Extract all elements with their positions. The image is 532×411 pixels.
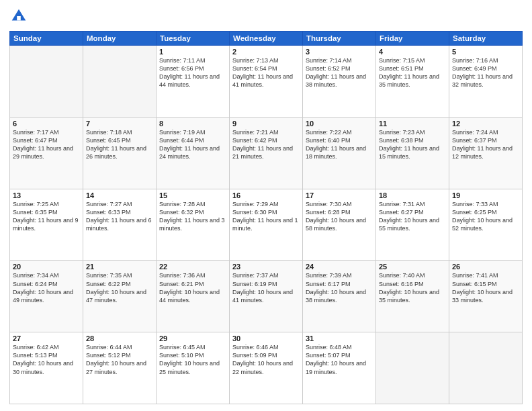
- day-number: 14: [86, 191, 153, 199]
- calendar-cell: 10Sunrise: 7:22 AM Sunset: 6:40 PM Dayli…: [303, 117, 376, 189]
- logo: [9, 7, 30, 26]
- day-info: Sunrise: 7:35 AM Sunset: 6:22 PM Dayligh…: [86, 271, 153, 304]
- calendar-cell: 3Sunrise: 7:14 AM Sunset: 6:52 PM Daylig…: [303, 46, 376, 118]
- calendar-cell: 18Sunrise: 7:31 AM Sunset: 6:27 PM Dayli…: [376, 189, 449, 261]
- calendar-cell: 6Sunrise: 7:17 AM Sunset: 6:47 PM Daylig…: [10, 117, 83, 189]
- day-number: 16: [232, 191, 300, 199]
- calendar-cell: 14Sunrise: 7:27 AM Sunset: 6:33 PM Dayli…: [83, 189, 157, 261]
- day-info: Sunrise: 7:36 AM Sunset: 6:21 PM Dayligh…: [159, 271, 226, 304]
- day-info: Sunrise: 7:16 AM Sunset: 6:49 PM Dayligh…: [452, 56, 519, 89]
- day-info: Sunrise: 6:46 AM Sunset: 5:09 PM Dayligh…: [232, 343, 300, 376]
- day-info: Sunrise: 7:34 AM Sunset: 6:24 PM Dayligh…: [13, 271, 80, 304]
- calendar-header-sunday: Sunday: [10, 32, 83, 46]
- day-info: Sunrise: 7:24 AM Sunset: 6:37 PM Dayligh…: [452, 128, 519, 161]
- day-info: Sunrise: 7:39 AM Sunset: 6:17 PM Dayligh…: [306, 271, 373, 304]
- calendar-cell: 21Sunrise: 7:35 AM Sunset: 6:22 PM Dayli…: [83, 261, 157, 332]
- day-number: 28: [86, 334, 153, 342]
- day-number: 10: [306, 120, 373, 128]
- day-info: Sunrise: 7:19 AM Sunset: 6:44 PM Dayligh…: [159, 128, 226, 161]
- calendar-header-thursday: Thursday: [303, 32, 376, 46]
- calendar-cell: [376, 332, 449, 404]
- calendar-cell: 29Sunrise: 6:45 AM Sunset: 5:10 PM Dayli…: [157, 332, 230, 404]
- day-number: 11: [379, 120, 446, 128]
- day-info: Sunrise: 7:11 AM Sunset: 6:56 PM Dayligh…: [159, 56, 226, 89]
- day-number: 5: [452, 48, 519, 56]
- svg-rect-1: [17, 16, 21, 21]
- day-info: Sunrise: 7:21 AM Sunset: 6:42 PM Dayligh…: [232, 128, 300, 161]
- calendar-cell: [83, 46, 157, 118]
- day-number: 20: [13, 263, 80, 271]
- calendar-cell: 9Sunrise: 7:21 AM Sunset: 6:42 PM Daylig…: [230, 117, 303, 189]
- day-number: 7: [86, 120, 153, 128]
- calendar-cell: 12Sunrise: 7:24 AM Sunset: 6:37 PM Dayli…: [449, 117, 523, 189]
- calendar-cell: 11Sunrise: 7:23 AM Sunset: 6:38 PM Dayli…: [376, 117, 449, 189]
- calendar-cell: 7Sunrise: 7:18 AM Sunset: 6:45 PM Daylig…: [83, 117, 157, 189]
- calendar-header-wednesday: Wednesday: [230, 32, 303, 46]
- day-number: 9: [232, 120, 300, 128]
- calendar-header-tuesday: Tuesday: [157, 32, 230, 46]
- day-info: Sunrise: 7:25 AM Sunset: 6:35 PM Dayligh…: [13, 200, 80, 233]
- day-info: Sunrise: 7:18 AM Sunset: 6:45 PM Dayligh…: [86, 128, 153, 161]
- day-info: Sunrise: 7:33 AM Sunset: 6:25 PM Dayligh…: [452, 200, 519, 233]
- calendar-cell: 17Sunrise: 7:30 AM Sunset: 6:28 PM Dayli…: [303, 189, 376, 261]
- calendar-cell: [10, 46, 83, 118]
- day-info: Sunrise: 6:45 AM Sunset: 5:10 PM Dayligh…: [159, 343, 226, 376]
- calendar-week-3: 20Sunrise: 7:34 AM Sunset: 6:24 PM Dayli…: [10, 261, 523, 332]
- day-info: Sunrise: 7:30 AM Sunset: 6:28 PM Dayligh…: [306, 200, 373, 233]
- day-number: 27: [13, 334, 80, 342]
- calendar-week-1: 6Sunrise: 7:17 AM Sunset: 6:47 PM Daylig…: [10, 117, 523, 189]
- day-info: Sunrise: 7:22 AM Sunset: 6:40 PM Dayligh…: [306, 128, 373, 161]
- day-number: 30: [232, 334, 300, 342]
- day-number: 24: [306, 263, 373, 271]
- calendar-cell: 19Sunrise: 7:33 AM Sunset: 6:25 PM Dayli…: [449, 189, 523, 261]
- day-info: Sunrise: 7:23 AM Sunset: 6:38 PM Dayligh…: [379, 128, 446, 161]
- day-number: 18: [379, 191, 446, 199]
- day-info: Sunrise: 7:13 AM Sunset: 6:54 PM Dayligh…: [232, 56, 300, 89]
- day-info: Sunrise: 6:44 AM Sunset: 5:12 PM Dayligh…: [86, 343, 153, 376]
- day-number: 22: [159, 263, 226, 271]
- day-info: Sunrise: 7:27 AM Sunset: 6:33 PM Dayligh…: [86, 200, 153, 233]
- day-number: 8: [159, 120, 226, 128]
- calendar-table: SundayMondayTuesdayWednesdayThursdayFrid…: [9, 31, 523, 404]
- day-number: 31: [306, 334, 373, 342]
- calendar-header-monday: Monday: [83, 32, 157, 46]
- calendar-cell: 20Sunrise: 7:34 AM Sunset: 6:24 PM Dayli…: [10, 261, 83, 332]
- day-number: 23: [232, 263, 300, 271]
- calendar-cell: 31Sunrise: 6:48 AM Sunset: 5:07 PM Dayli…: [303, 332, 376, 404]
- calendar-cell: 22Sunrise: 7:36 AM Sunset: 6:21 PM Dayli…: [157, 261, 230, 332]
- calendar-cell: 1Sunrise: 7:11 AM Sunset: 6:56 PM Daylig…: [157, 46, 230, 118]
- calendar-cell: 26Sunrise: 7:41 AM Sunset: 6:15 PM Dayli…: [449, 261, 523, 332]
- calendar-cell: 25Sunrise: 7:40 AM Sunset: 6:16 PM Dayli…: [376, 261, 449, 332]
- calendar-cell: [449, 332, 523, 404]
- day-number: 6: [13, 120, 80, 128]
- day-info: Sunrise: 7:17 AM Sunset: 6:47 PM Dayligh…: [13, 128, 80, 161]
- calendar-cell: 27Sunrise: 6:42 AM Sunset: 5:13 PM Dayli…: [10, 332, 83, 404]
- day-info: Sunrise: 6:42 AM Sunset: 5:13 PM Dayligh…: [13, 343, 80, 376]
- calendar-cell: 13Sunrise: 7:25 AM Sunset: 6:35 PM Dayli…: [10, 189, 83, 261]
- day-info: Sunrise: 7:31 AM Sunset: 6:27 PM Dayligh…: [379, 200, 446, 233]
- calendar-cell: 15Sunrise: 7:28 AM Sunset: 6:32 PM Dayli…: [157, 189, 230, 261]
- calendar-week-4: 27Sunrise: 6:42 AM Sunset: 5:13 PM Dayli…: [10, 332, 523, 404]
- day-number: 1: [159, 48, 226, 56]
- calendar-cell: 30Sunrise: 6:46 AM Sunset: 5:09 PM Dayli…: [230, 332, 303, 404]
- calendar-cell: 16Sunrise: 7:29 AM Sunset: 6:30 PM Dayli…: [230, 189, 303, 261]
- day-info: Sunrise: 7:37 AM Sunset: 6:19 PM Dayligh…: [232, 271, 300, 304]
- day-info: Sunrise: 7:40 AM Sunset: 6:16 PM Dayligh…: [379, 271, 446, 304]
- day-number: 19: [452, 191, 519, 199]
- day-info: Sunrise: 7:28 AM Sunset: 6:32 PM Dayligh…: [159, 200, 226, 233]
- calendar-cell: 28Sunrise: 6:44 AM Sunset: 5:12 PM Dayli…: [83, 332, 157, 404]
- calendar-cell: 23Sunrise: 7:37 AM Sunset: 6:19 PM Dayli…: [230, 261, 303, 332]
- day-number: 21: [86, 263, 153, 271]
- page: SundayMondayTuesdayWednesdayThursdayFrid…: [0, 0, 532, 411]
- day-number: 26: [452, 263, 519, 271]
- header: [9, 7, 523, 26]
- calendar-cell: 5Sunrise: 7:16 AM Sunset: 6:49 PM Daylig…: [449, 46, 523, 118]
- calendar-week-2: 13Sunrise: 7:25 AM Sunset: 6:35 PM Dayli…: [10, 189, 523, 261]
- day-number: 12: [452, 120, 519, 128]
- day-info: Sunrise: 7:14 AM Sunset: 6:52 PM Dayligh…: [306, 56, 373, 89]
- day-number: 3: [306, 48, 373, 56]
- calendar-cell: 8Sunrise: 7:19 AM Sunset: 6:44 PM Daylig…: [157, 117, 230, 189]
- day-number: 15: [159, 191, 226, 199]
- day-number: 13: [13, 191, 80, 199]
- day-number: 17: [306, 191, 373, 199]
